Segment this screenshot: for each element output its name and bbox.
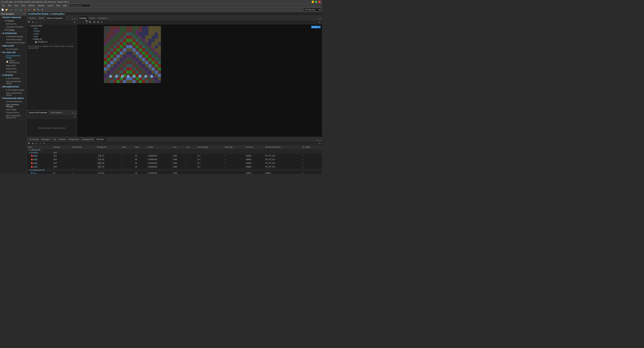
tab-tcl-console[interactable]: Tcl Console bbox=[28, 137, 40, 141]
menu-reports[interactable]: Reports bbox=[27, 4, 36, 7]
props-forward-button[interactable]: → bbox=[31, 115, 34, 118]
sidebar-item-run-implementation[interactable]: ▶ Run Implementation bbox=[0, 88, 27, 91]
sidebar-item-open-block-design[interactable]: Open Block Design bbox=[0, 38, 27, 41]
impl-button[interactable]: 🔧 bbox=[36, 8, 40, 11]
device-view-canvas[interactable]: I/O (18/...) bbox=[77, 24, 322, 137]
tree-item-none3[interactable]: ▾ NONE (3) bbox=[27, 38, 77, 40]
sidebar-item-run-synthesis[interactable]: ▶ Run Synthesis bbox=[0, 77, 27, 80]
device-zoom-in-button[interactable]: 🔍+ bbox=[85, 21, 88, 24]
props-settings-button[interactable]: ⚙ bbox=[73, 115, 76, 118]
tab-messages[interactable]: Messages bbox=[40, 137, 52, 141]
constraint-expand-button[interactable]: ≡ bbox=[35, 21, 38, 24]
run-button[interactable]: ▶ bbox=[19, 8, 23, 11]
quick-access-search[interactable] bbox=[70, 4, 90, 7]
tab-device-constraints[interactable]: Device Constraints × bbox=[46, 16, 66, 20]
restart-button[interactable]: ↺ bbox=[27, 8, 31, 11]
sidebar-item-report-methodology[interactable]: 📋 Report Methodology bbox=[0, 59, 27, 64]
tab-netlist[interactable]: Netlist bbox=[37, 16, 46, 20]
close-button[interactable] bbox=[318, 1, 321, 3]
bitstream-button[interactable]: ⬇ bbox=[40, 8, 44, 11]
tab-design-runs[interactable]: Design Runs bbox=[67, 137, 81, 141]
tab-sources[interactable]: Sources bbox=[28, 16, 37, 20]
sysc-package-pin[interactable]: U18 bbox=[96, 171, 121, 174]
col-drive-strength[interactable]: Drive Strength bbox=[196, 146, 224, 149]
col-direction[interactable]: Direction bbox=[52, 146, 71, 149]
sidebar-item-language-templates[interactable]: Language Templates bbox=[0, 25, 27, 28]
sidebar-item-add-sources[interactable]: Add Sources bbox=[0, 22, 27, 25]
new-project-button[interactable]: 📄 bbox=[1, 8, 4, 11]
tree-item-0v75[interactable]: ○ 0.75V bbox=[27, 32, 77, 35]
led0-package-pin[interactable]: M14 bbox=[96, 165, 121, 169]
io-add-button[interactable]: + bbox=[38, 142, 42, 145]
menu-file[interactable]: File bbox=[1, 4, 6, 7]
constraint-search-button[interactable]: 🔍 bbox=[28, 21, 31, 24]
io-ports-close-icon[interactable]: × bbox=[104, 138, 106, 140]
nav-section-implementation-header[interactable]: ▸ IMPLEMENTATION bbox=[0, 85, 27, 88]
sidebar-item-generate-block-design[interactable]: Generate Block Design bbox=[0, 41, 27, 44]
col-vcco[interactable]: Vcco bbox=[172, 146, 185, 149]
io-expand-button[interactable]: ≡ bbox=[35, 142, 38, 145]
tree-item-0v675[interactable]: ○ 0.675V bbox=[27, 30, 77, 32]
col-name[interactable]: Name bbox=[27, 146, 52, 149]
io-planning-select[interactable]: I/O Planning Default Layout Timing Analy… bbox=[304, 8, 321, 11]
col-package-pin[interactable]: Package Pin bbox=[96, 146, 121, 149]
menu-edit[interactable]: Edit bbox=[7, 4, 12, 7]
menu-layout[interactable]: Layout bbox=[46, 4, 54, 7]
nav-section-simulation-header[interactable]: ▾ SIMULATION bbox=[0, 44, 27, 47]
sidebar-item-open-hardware-manager[interactable]: ▾ Open Hardware Manager bbox=[0, 103, 27, 108]
device-refresh-button[interactable]: ↺ bbox=[100, 21, 103, 24]
tree-item-0v6[interactable]: ○ 0.6V bbox=[27, 27, 77, 30]
device-constraints-close-icon[interactable]: × bbox=[63, 17, 64, 19]
device-zoom-out-button[interactable]: 🔍- bbox=[89, 21, 92, 24]
nav-section-ip-integrator-header[interactable]: ▾ IP INTEGRATOR bbox=[0, 32, 27, 35]
col-pull-type[interactable]: Pull Type bbox=[245, 146, 264, 149]
tab-package[interactable]: Package bbox=[78, 16, 88, 20]
tree-item-internal-vref[interactable]: ▾ Internal VREF bbox=[27, 24, 77, 27]
tab-io-ports[interactable]: I/O Ports × bbox=[95, 137, 107, 141]
constraint-minus-button[interactable]: − bbox=[38, 21, 42, 24]
col-io-std[interactable]: I/O Std bbox=[147, 146, 172, 149]
menu-window[interactable]: Window bbox=[36, 4, 46, 7]
tab-source-file-properties[interactable]: Source File Properties bbox=[28, 110, 49, 114]
io-settings-button[interactable]: ⚙ bbox=[318, 142, 321, 145]
led1-package-pin[interactable]: M15 bbox=[96, 161, 121, 165]
undo-button[interactable]: ↩ bbox=[10, 8, 14, 11]
sidebar-item-generate-bitstream[interactable]: Generate Bitstream bbox=[0, 100, 27, 103]
sidebar-item-open-implemented-design[interactable]: Open Implemented Design bbox=[0, 91, 27, 96]
nav-section-project-manager-header[interactable]: ▾ PROJECT MANAGER bbox=[0, 16, 27, 19]
sidebar-item-ip-catalog[interactable]: ℹ IP Catalog bbox=[0, 28, 27, 31]
sidebar-item-run-simulation[interactable]: Run Simulation bbox=[0, 47, 27, 50]
redo-button[interactable]: ↪ bbox=[14, 8, 18, 11]
nav-section-rtl-analysis-header[interactable]: ▾ RTL ANALYSIS bbox=[0, 51, 27, 54]
menu-view[interactable]: View bbox=[55, 4, 61, 7]
col-fixed[interactable]: Fixed bbox=[121, 146, 134, 149]
io-collapse-button[interactable]: ⊟ bbox=[31, 142, 34, 145]
sidebar-item-open-target[interactable]: Open Target bbox=[0, 108, 27, 111]
nav-section-program-debug-header[interactable]: ▾ PROGRAM AND DEBUG bbox=[0, 97, 27, 100]
io-badge[interactable]: I/O (18/...) bbox=[311, 26, 321, 28]
sidebar-item-open-synthesized-design[interactable]: Open Synthesized Design bbox=[0, 80, 27, 85]
tab-device[interactable]: Device bbox=[88, 16, 97, 20]
col-bank[interactable]: Bank bbox=[134, 146, 147, 149]
tree-item-io-bank13[interactable]: 🏦 I/O Bank 13 bbox=[27, 40, 77, 43]
sidebar-item-add-config-memory[interactable]: Add Configuration Memory De bbox=[0, 114, 27, 119]
col-neg-diff-pair[interactable]: Neg Diff Pair bbox=[71, 146, 96, 149]
sidebar-item-open-elaborated-design[interactable]: ▾ Open Elaborated Design bbox=[0, 54, 27, 59]
tab-package-pins[interactable]: Package Pins bbox=[81, 137, 95, 141]
device-back-button[interactable]: ← bbox=[78, 21, 81, 24]
led-flash-v-close-icon[interactable]: × bbox=[108, 17, 108, 19]
led2-package-pin[interactable]: K16 bbox=[96, 158, 121, 161]
menu-flow[interactable]: Flow bbox=[13, 4, 20, 7]
sidebar-item-program-device[interactable]: Program Device bbox=[0, 111, 27, 114]
open-project-button[interactable]: 📂 bbox=[5, 8, 8, 11]
tab-led-flash-v[interactable]: led_flash.v × bbox=[96, 16, 110, 20]
col-in-term[interactable]: IN_TERM bbox=[302, 146, 322, 149]
led3-package-pin[interactable]: J16 bbox=[96, 154, 121, 158]
tree-item-0v9[interactable]: ○ 0.9V bbox=[27, 35, 77, 38]
props-back-button[interactable]: ← bbox=[28, 115, 31, 118]
constraint-settings-button[interactable]: ⚙ bbox=[73, 21, 76, 24]
device-settings-button[interactable]: ⚙ bbox=[318, 21, 321, 24]
constraint-collapse-button[interactable]: ⊟ bbox=[31, 21, 34, 24]
tab-clock-regions[interactable]: Clock Regions bbox=[49, 110, 64, 114]
stop-button[interactable]: ■ bbox=[23, 8, 27, 11]
